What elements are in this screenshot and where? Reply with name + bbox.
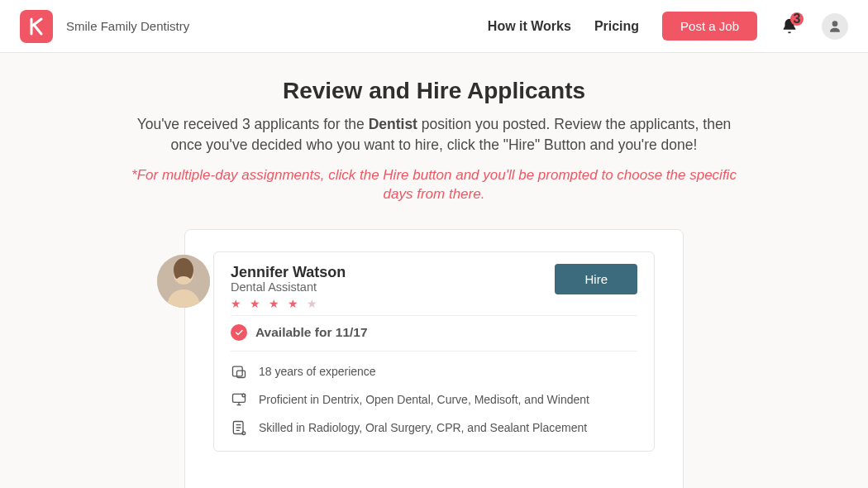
- applicant-role: Dental Assistant: [231, 280, 346, 294]
- svg-point-7: [242, 432, 246, 435]
- profile-menu[interactable]: [822, 13, 848, 40]
- proficiency-row: Proficient in Dentrix, Open Dental, Curv…: [231, 391, 637, 408]
- post-job-button[interactable]: Post a Job: [662, 12, 757, 41]
- monitor-icon: [231, 391, 247, 408]
- intro-section: Review and Hire Applicants You've receiv…: [120, 78, 748, 204]
- rating-stars: ★ ★ ★ ★ ★: [231, 297, 346, 310]
- check-icon: [231, 324, 247, 341]
- experience-icon: [231, 363, 247, 380]
- applicants-panel: Jennifer Watson Dental Assistant ★ ★ ★ ★…: [184, 229, 684, 488]
- list-icon: [231, 419, 247, 436]
- nav-how-it-works[interactable]: How it Works: [488, 19, 571, 34]
- svg-rect-4: [233, 394, 246, 402]
- intro-lead: You've received 3 applicants for the Den…: [120, 114, 748, 155]
- org-name: Smile Family Dentistry: [66, 19, 189, 33]
- primary-nav: How it Works Pricing Post a Job 3: [488, 12, 848, 41]
- svg-point-5: [242, 394, 246, 397]
- top-header: Smile Family Dentistry How it Works Pric…: [0, 0, 868, 53]
- skills-row: Skilled in Radiology, Oral Surgery, CPR,…: [231, 419, 637, 436]
- intro-note: *For multiple-day assignments, click the…: [120, 166, 748, 204]
- notifications-button[interactable]: 3: [780, 17, 799, 36]
- experience-row: 18 years of experience: [231, 363, 637, 380]
- avatar-icon: [822, 13, 848, 40]
- notification-badge: 3: [790, 12, 804, 26]
- nav-pricing[interactable]: Pricing: [594, 19, 639, 34]
- app-logo[interactable]: [20, 10, 53, 43]
- applicant-card: Jennifer Watson Dental Assistant ★ ★ ★ ★…: [213, 251, 655, 452]
- logo-k-icon: [26, 17, 46, 36]
- applicant-name: Jennifer Watson: [231, 264, 346, 281]
- availability-text: Available for 11/17: [255, 325, 368, 340]
- applicant-photo: [157, 255, 210, 308]
- hire-button[interactable]: Hire: [555, 264, 637, 294]
- page-title: Review and Hire Applicants: [120, 78, 748, 104]
- availability-row: Available for 11/17: [231, 315, 637, 352]
